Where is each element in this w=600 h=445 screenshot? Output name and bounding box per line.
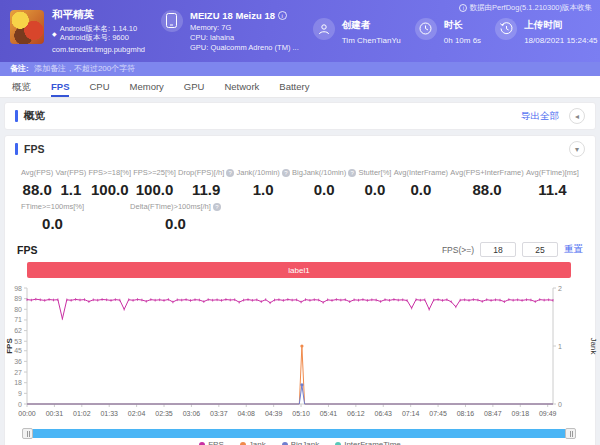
x-tick-label: 01:02 [73,410,91,417]
x-tick-label: 08:47 [484,410,502,417]
x-tick-label: 03:06 [183,410,201,417]
diamond-icon: ◆ [52,30,57,37]
metric-value: 88.0 [450,181,523,198]
duration-block: 时长 0h 10m 6s [415,18,481,45]
fps-threshold-input-2[interactable] [522,242,558,257]
person-icon [313,18,335,40]
fps-chart: 0918273645536271808998012FPSJank00:0000:… [5,282,597,422]
chevron-down-icon[interactable]: ▾ [569,141,585,157]
metric-Avg(FPS+InterFrame): Avg(FPS+InterFrame)88.0 [450,168,523,198]
info-icon[interactable]: ? [348,169,356,177]
x-tick-label: 02:35 [155,410,173,417]
device-info-block: MEIZU 18 Meizu 18 i Memory: 7G CPU: laha… [161,10,299,53]
history-clock-icon [495,18,517,40]
info-icon[interactable]: ? [226,169,234,177]
game-app-icon [10,10,44,44]
metric-Avg(FTime)[ms]: Avg(FTime)[ms]11.4 [526,168,579,198]
fps-threshold-controls: FPS(>=) 重置 [442,242,583,257]
metric-label: BigJank(/10min)? [292,168,356,177]
x-tick-label: 06:43 [374,410,392,417]
device-info-icon[interactable]: i [278,11,287,20]
creator-value: Tim ChenTianYu [342,36,401,45]
metric-FPS>=18[%]: FPS>=18[%]100.0 [89,168,132,198]
y-tick-label: 0 [558,401,562,408]
x-tick-label: 06:12 [347,410,365,417]
series-BigJank [27,385,553,404]
y-tick-label: 27 [14,369,22,376]
series-FPS [27,299,553,319]
slider-track[interactable] [27,429,571,438]
tab-Network[interactable]: Network [224,76,259,97]
y-tick-label: 53 [14,338,22,345]
clock-icon [415,18,437,40]
metric-label: FPS>=18[%] [89,168,132,177]
device-gpu: GPU: Qualcomm Adreno (TM) ... [190,43,299,53]
metric-value: 0.0 [292,181,356,198]
x-tick-label: 09:18 [512,410,530,417]
metric-Jank(/10min): Jank(/10min)?1.0 [237,168,290,198]
tab-GPU[interactable]: GPU [184,76,205,97]
app-info-block: 和平精英 ◆ Android版本名: 1.14.10 Android版本号: 9… [10,8,145,54]
device-cpu: CPU: lahaina [190,33,299,43]
x-tick-label: 02:04 [128,410,146,417]
x-tick-label: 08:16 [457,410,475,417]
metric-Avg(InterFrame): Avg(InterFrame)0.0 [394,168,448,198]
metric-Avg(FPS): Avg(FPS)88.0 [21,168,53,198]
metric-value: 88.0 [21,181,53,198]
x-tick-label: 01:33 [100,410,118,417]
creator-label: 创建者 [342,19,401,32]
tab-Battery[interactable]: Battery [279,76,309,97]
upload-time-value: 18/08/2021 15:24:45 [524,36,597,45]
metric-label: Jank(/10min)? [237,168,290,177]
metric-label: Delta(FTime)>100ms[/h]? [130,202,221,211]
metric-value: 100.0 [133,181,176,198]
fps-threshold-label: FPS(>=) [442,245,474,255]
metric-value: 1.1 [56,181,87,198]
metric-label: Avg(FPS+InterFrame) [450,168,523,177]
chevron-left-icon[interactable]: ◂ [569,108,585,124]
metric-label: Avg(FTime)[ms] [526,168,579,177]
fps-chart-area: label1 0918273645536271808998012FPSJank0… [5,262,595,445]
x-tick-label: 09:49 [539,410,557,417]
remark-placeholder: 添加备注，不超过200个字符 [34,64,135,73]
metric-Stutter[%]: Stutter[%]0.0 [359,168,392,198]
app-title: 和平精英 [52,8,145,22]
info-icon[interactable]: ? [282,169,290,177]
remark-bar[interactable]: 备注: 添加备注，不超过200个字符 [0,62,600,76]
tab-bar: 概览FPSCPUMemoryGPUNetworkBattery [0,76,600,98]
x-tick-label: 03:37 [210,410,228,417]
metric-value: 0.0 [130,215,221,232]
upload-time-block: 上传时间 18/08/2021 15:24:45 [495,18,597,45]
tab-概览[interactable]: 概览 [12,76,31,97]
duration-label: 时长 [444,19,481,32]
metric-Var(FPS): Var(FPS)1.1 [56,168,87,198]
x-tick-label: 05:10 [292,410,310,417]
device-memory: Memory: 7G [190,23,299,33]
fps-metrics-row1: Avg(FPS)88.0Var(FPS)1.1FPS>=18[%]100.0FP… [5,162,595,198]
x-tick-label: 07:45 [429,410,447,417]
info-icon[interactable]: ? [213,203,221,211]
tab-Memory[interactable]: Memory [130,76,164,97]
metric-Delta(FTime)>100ms[/h]: Delta(FTime)>100ms[/h]?0.0 [130,202,221,232]
metric-value: 100.0 [89,181,132,198]
overview-title: 概览 [24,109,45,123]
export-all-link[interactable]: 导出全部 [521,110,559,123]
x-tick-label: 05:41 [320,410,338,417]
x-tick-label: 00:00 [18,410,36,417]
metric-label: FTime>=100ms[%] [21,202,84,211]
metric-label: Avg(FPS) [21,168,53,177]
overview-section: 概览 导出全部 ◂ [4,102,596,130]
slider-handle-right[interactable] [565,428,576,439]
series-Jank [27,346,553,404]
fps-metrics-row2: FTime>=100ms[%]0.0Delta(FTime)>100ms[/h]… [5,198,595,232]
fps-threshold-input-1[interactable] [480,242,516,257]
slider-handle-left[interactable] [22,428,33,439]
y-axis-title-left: FPS [5,338,14,354]
tab-CPU[interactable]: CPU [89,76,109,97]
tab-FPS[interactable]: FPS [51,76,69,97]
metric-BigJank(/10min): BigJank(/10min)?0.0 [292,168,356,198]
metric-label: Stutter[%] [359,168,392,177]
x-tick-label: 04:39 [265,410,283,417]
y-tick-label: 80 [14,306,22,313]
reset-button[interactable]: 重置 [564,243,583,256]
